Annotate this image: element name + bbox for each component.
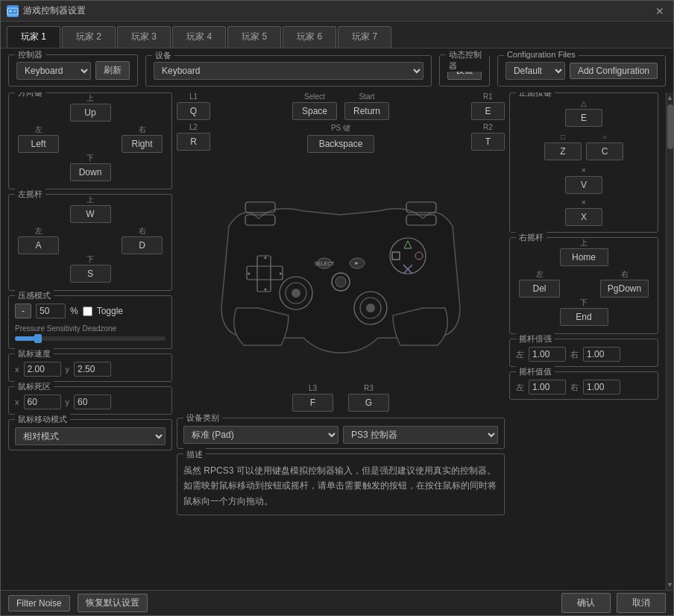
rs-up-btn[interactable]: Home [560,248,608,266]
r3-label: R3 [364,384,374,392]
deadzone-label: Pressure Sensitivity Deadzone [15,324,116,333]
l2-btn[interactable]: R [177,133,210,151]
scrollbar-thumb[interactable] [667,104,673,149]
l3-btn[interactable]: F [292,394,333,412]
add-config-button[interactable]: Add Configuration [570,63,658,79]
footer: Filter Noise 恢复默认设置 确认 取消 [1,590,673,615]
triangle-btn[interactable]: E [565,109,602,127]
tab-player7[interactable]: 玩家 7 [338,26,391,48]
stick-value-group: 摇杆值值 左 右 [509,371,658,400]
dpad-left-btn[interactable]: Left [18,135,59,153]
rs-up-dir: 上 [580,238,588,248]
pressure-toggle-checkbox[interactable] [83,307,92,316]
select-btn[interactable]: Space [292,102,337,120]
mouse-dz-x-input[interactable] [24,395,61,409]
confirm-button[interactable]: 确认 [561,593,611,613]
controller-select[interactable]: Keyboard [16,62,91,80]
stick-val-left-input[interactable] [529,380,566,395]
rs-right-btn[interactable]: PgDown [600,280,649,298]
filter-noise-button[interactable]: Filter Noise [8,595,70,612]
device-label: 设备 [152,50,174,61]
cross-btn[interactable]: V [565,176,602,194]
tab-player3[interactable]: 玩家 3 [117,26,171,48]
r1-label: R1 [483,92,493,101]
pressure-thumb[interactable] [34,334,42,343]
dpad-left-dir: 左 [35,125,42,135]
config-select[interactable]: Default [506,62,565,80]
mouse-deadzone-group: 鼠标死区 x y [8,386,172,415]
right-panel: 正面按键 △ E □ Z [509,92,658,515]
r3-btn[interactable]: G [348,394,389,412]
device-select[interactable]: Keyboard [154,62,423,80]
ls-up-btn[interactable]: W [70,205,111,223]
mouse-speed-x-input[interactable] [24,362,61,377]
l1-btn[interactable]: Q [177,102,210,120]
tab-player6[interactable]: 玩家 6 [283,26,336,48]
mouse-mode-select[interactable]: 相对模式 [15,427,166,445]
r2-btn[interactable]: T [471,133,505,151]
pressure-minus-btn[interactable]: - [15,304,31,318]
circle-btn[interactable]: C [586,142,623,160]
start-btn[interactable]: Return [344,102,389,120]
controller-label: 控制器 [15,49,45,60]
ls-left-btn[interactable]: A [18,236,59,254]
stick-val-label: 摇杆值值 [516,366,555,377]
r1-btn[interactable]: E [471,102,505,120]
pressure-toggle-label[interactable]: Toggle [97,306,123,316]
svg-text:SELECT: SELECT [314,261,335,266]
stick-mul-right-input[interactable] [583,347,620,362]
dpad-up-btn[interactable]: Up [70,104,111,122]
tab-player1[interactable]: 玩家 1 [7,26,60,48]
device-type-select2[interactable]: PS3 控制器 [343,426,498,444]
cancel-button[interactable]: 取消 [617,593,666,613]
top-controls: 控制器 Keyboard 刷新 设备 Keyboard 动态控制器 设置 Con… [1,48,673,92]
pressure-bar[interactable] [15,336,166,341]
stick-val-right-label: 右 [570,382,579,393]
dpad-right-btn[interactable]: Right [122,135,163,153]
mouse-speed-group: 鼠标速度 x y [8,353,172,382]
mouse-speed-y-input[interactable] [74,362,111,377]
dpad-down-btn[interactable]: Down [70,163,111,181]
pressure-value-input[interactable] [36,304,66,318]
left-stick-label: 左摇杆 [15,189,45,200]
tab-player2[interactable]: 玩家 2 [62,26,116,48]
tab-player5[interactable]: 玩家 5 [227,26,281,48]
select-label: Select [304,92,325,101]
x-btn[interactable]: X [565,208,602,226]
refresh-button[interactable]: 刷新 [95,61,130,80]
stick-multiplier-group: 摇杆倍强 左 右 [509,339,658,367]
l2-label: L2 [189,123,198,131]
ls-down-btn[interactable]: S [70,265,111,283]
r2-label: R2 [483,123,493,131]
stick-val-right-input[interactable] [583,380,620,395]
dpad-down-dir: 下 [86,153,94,163]
dpad-group: 方向键 上 Up 左 Left [8,92,172,189]
square-btn[interactable]: Z [544,142,582,160]
mouse-dz-y-input[interactable] [74,395,111,409]
ps-btn[interactable]: Backspace [307,135,374,153]
description-label: 描述 [183,448,206,462]
rs-left-dir: 左 [536,269,544,280]
main-pane: 方向键 上 Up 左 Left [1,92,673,590]
pressure-mode-group: 压感模式 - % Toggle Pressure Sensitivity Dea… [8,295,172,349]
window-title: 游戏控制器设置 [23,4,652,17]
face-buttons-group: 正面按键 △ E □ Z [509,92,658,233]
svg-point-27 [336,277,346,287]
rs-down-btn[interactable]: End [560,308,608,326]
rs-left-btn[interactable]: Del [519,280,560,298]
scroll-down-arrow[interactable]: ▼ [667,581,673,588]
stick-mul-left-input[interactable] [529,347,566,362]
stick-mul-left-label: 左 [516,349,524,360]
description-text: 虽然 RPCS3 可以使用键盘模拟控制器输入，但是强烈建议使用真实的控制器。 如… [183,463,498,509]
scrollbar[interactable]: ▲ ▼ [666,92,673,590]
device-type-select1[interactable]: 标准 (Pad) [183,426,338,444]
ls-right-btn[interactable]: D [122,236,163,254]
stick-val-left-label: 左 [516,382,524,393]
pressure-percent: % [70,306,78,316]
device-type-section: 设备类别 标准 (Pad) PS3 控制器 [177,418,505,452]
scroll-up-arrow[interactable]: ▲ [667,94,673,101]
restore-defaults-button[interactable]: 恢复默认设置 [78,594,148,612]
ls-up-dir: 上 [86,195,94,205]
tab-player4[interactable]: 玩家 4 [172,26,226,48]
close-button[interactable]: ✕ [652,4,667,19]
